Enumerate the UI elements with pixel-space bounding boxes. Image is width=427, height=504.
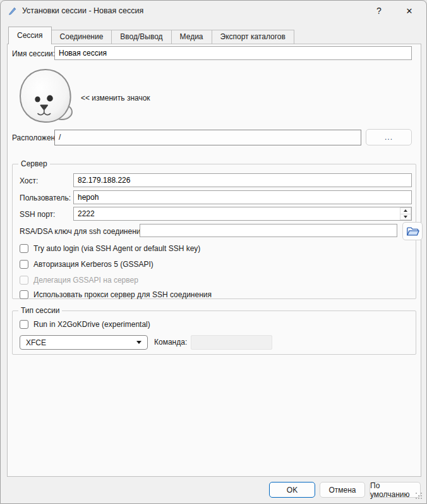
checkbox-box[interactable] [20, 244, 28, 253]
checkbox-box [20, 276, 28, 285]
ok-button[interactable]: OK [269, 482, 315, 498]
session-type-dropdown[interactable]: XFCE [20, 335, 148, 350]
tab-media[interactable]: Медиа [171, 30, 212, 44]
checkbox-label: Try auto login (via SSH Agent or default… [33, 244, 200, 253]
checkbox-kerberos-auth[interactable]: Авторизация Kerberos 5 (GSSAPI) [20, 260, 153, 269]
ssh-port-spinner [73, 207, 412, 221]
arrow-down-icon [404, 216, 407, 218]
checkbox-label: Использовать прокси сервер для SSH соеди… [33, 290, 212, 299]
tab-bar: Сессия Соединение Ввод/Вывод Медиа Экспо… [8, 27, 294, 44]
ssh-key-label: RSA/DSA ключ для ssh соединения: [20, 227, 147, 236]
checkbox-gssapi-delegation: Делегация GSSAPI на сервер [20, 276, 138, 285]
session-type-group-title: Тип сессии [18, 306, 62, 315]
tab-input-output[interactable]: Ввод/Вывод [111, 30, 171, 44]
command-input [191, 335, 272, 350]
checkbox-box[interactable] [20, 290, 28, 299]
user-input[interactable] [73, 190, 412, 204]
arrow-up-icon [404, 209, 407, 212]
spin-up-button[interactable] [400, 207, 411, 214]
host-label: Хост: [20, 176, 38, 185]
session-preferences-dialog: Установки сессии - Новая сессия ? ✕ Сесс… [0, 0, 427, 504]
tab-session[interactable]: Сессия [8, 27, 52, 44]
seal-mascot-icon[interactable] [17, 68, 76, 125]
cancel-button[interactable]: Отмена [320, 482, 365, 498]
session-name-label: Имя сессии: [12, 49, 55, 58]
session-name-input[interactable] [54, 46, 412, 60]
checkbox-label: Авторизация Kerberos 5 (GSSAPI) [33, 260, 153, 269]
pen-icon [8, 6, 18, 16]
ssh-port-input[interactable] [73, 207, 412, 221]
location-field[interactable]: / [54, 130, 361, 145]
user-label: Пользователь: [20, 194, 71, 202]
browse-key-button[interactable] [402, 222, 423, 240]
change-icon-link[interactable]: << изменить значок [81, 94, 150, 102]
browse-location-button[interactable]: ... [366, 129, 412, 145]
checkbox-label: Делегация GSSAPI на сервер [33, 276, 138, 285]
tab-shared-folders[interactable]: Экспорт каталогов [212, 30, 294, 44]
titlebar: Установки сессии - Новая сессия ? ✕ [1, 1, 426, 21]
tab-connection[interactable]: Соединение [51, 30, 112, 44]
checkbox-box[interactable] [20, 260, 28, 269]
command-label: Команда: [154, 338, 187, 347]
close-icon[interactable]: ✕ [399, 3, 420, 19]
defaults-button[interactable]: По умолчанию [370, 482, 421, 498]
checkbox-x2gokdrive[interactable]: Run in X2GoKDrive (experimental) [20, 320, 150, 329]
checkbox-box[interactable] [20, 320, 28, 329]
session-type-selected: XFCE [26, 338, 46, 347]
checkbox-label: Run in X2GoKDrive (experimental) [33, 320, 150, 329]
resize-grip[interactable] [416, 493, 423, 500]
ssh-port-label: SSH порт: [20, 210, 55, 219]
checkbox-ssh-proxy[interactable]: Использовать прокси сервер для SSH соеди… [20, 290, 212, 299]
host-input[interactable] [73, 173, 412, 187]
chevron-down-icon [136, 341, 141, 344]
open-folder-icon [406, 226, 419, 237]
ssh-key-input[interactable] [140, 224, 397, 237]
window-title: Установки сессии - Новая сессия [22, 6, 143, 15]
help-button[interactable]: ? [368, 3, 390, 19]
spin-down-button[interactable] [400, 214, 411, 221]
checkbox-try-auto-login[interactable]: Try auto login (via SSH Agent or default… [20, 244, 200, 253]
server-group-title: Сервер [18, 159, 50, 168]
